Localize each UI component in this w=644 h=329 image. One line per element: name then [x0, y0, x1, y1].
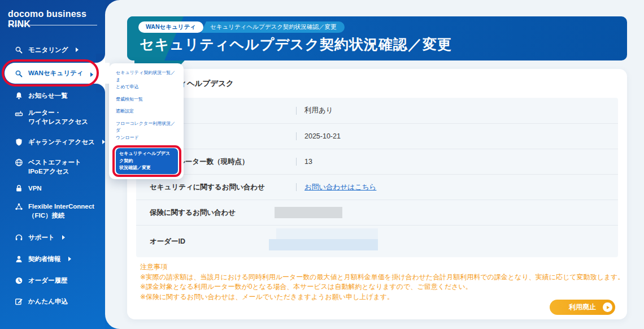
table-row: 利用対象ルーター数（現時点） 13 — [136, 149, 618, 174]
sidebar-item-label: VPN — [28, 184, 42, 193]
person-icon — [15, 255, 23, 263]
sidebar-item-label: かんたん申込 — [28, 297, 68, 306]
app-logo: docomo business RINK — [8, 9, 105, 29]
note-line: ※保険に関するお問い合わせは、メールでいただきますようお願い申し上げます。 — [140, 292, 624, 302]
page-header-banner: WANセキュリティ セキュリティヘルプデスク契約状況確認／変更 セキュリティヘル… — [127, 16, 627, 60]
sidebar-item-label: オーダー履歴 — [28, 276, 68, 285]
sidebar-item-label: モニタリング — [28, 45, 68, 54]
row-value: 2025-10-21 — [296, 132, 341, 140]
breadcrumb-wan-security[interactable]: WANセキュリティ — [138, 21, 203, 33]
contract-status-card: セキュリティヘルプデスク 利用あり 2025-10-21 利用対象ルーター数（現… — [127, 69, 627, 319]
sidebar-item-order-history[interactable]: オーダー履歴 — [15, 276, 68, 285]
sidebar-item-label: WANセキュリティ — [28, 69, 83, 77]
submenu-item-helpdesk-contract[interactable]: セキュリティヘルプデスク契約 状況確認／変更 — [116, 148, 178, 174]
breadcrumb: WANセキュリティ セキュリティヘルプデスク契約状況確認／変更 — [138, 21, 345, 33]
table-row: 利用あり — [136, 98, 618, 123]
sidebar: docomo business RINK モニタリング WANセキュリティ お知… — [0, 0, 105, 329]
redacted-value — [275, 207, 342, 218]
sidebar-item-label: ギャランティアクセス — [28, 137, 95, 146]
router-icon — [15, 109, 23, 117]
sidebar-item-label: サポート — [28, 233, 55, 242]
headset-icon — [15, 233, 23, 242]
sidebar-item-best-effort-ipoe[interactable]: ベストエフォート IPoEアクセス — [15, 158, 81, 176]
submenu-item-contract-list[interactable]: セキュリティ契約状況一覧／ま とめて申込 — [116, 70, 178, 91]
submenu-active-wrap: セキュリティヘルプデスク契約 状況確認／変更 — [116, 148, 178, 174]
page-title: セキュリティヘルプデスク契約状況確認／変更 — [140, 35, 452, 54]
sidebar-item-label: ルーター・ ワイヤレスアクセス — [28, 108, 88, 126]
notes-heading: 注意事項 — [140, 262, 624, 272]
cancel-usage-button[interactable]: 利用廃止 — [550, 300, 615, 315]
clock-icon — [15, 276, 23, 285]
sidebar-item-vpn[interactable]: VPN — [15, 184, 42, 193]
contact-link[interactable]: お問い合わせはこちら — [304, 183, 376, 192]
sidebar-item-news[interactable]: お知らせ一覧 — [15, 91, 68, 100]
notes-section: 注意事項 ※実際の請求額は、当該月における同時利用ルーター数の最大値と月額料金単… — [140, 262, 624, 302]
row-value: お問い合わせはこちら — [296, 183, 376, 192]
sidebar-item-label: 契約者情報 — [28, 254, 61, 263]
magnifier-icon — [15, 46, 23, 54]
magnifier-icon — [15, 70, 23, 78]
bell-icon — [15, 92, 23, 100]
note-line: ※課金対象となる利用ルーター数が0となる場合、本サービスは自動解約となりますので… — [140, 282, 624, 292]
sidebar-item-contractor-info[interactable]: 契約者情報 — [15, 254, 71, 263]
shield-icon — [15, 138, 23, 146]
note-line: ※実際の請求額は、当該月における同時利用ルーター数の最大値と月額料金単価を掛け合… — [140, 272, 624, 283]
sidebar-item-label: ベストエフォート IPoEアクセス — [28, 158, 81, 176]
globe-icon — [15, 158, 23, 167]
table-row: 2025-10-21 — [136, 123, 618, 149]
chevron-right-icon — [90, 72, 93, 77]
sidebar-item-wan-security[interactable]: WANセキュリティ — [5, 63, 110, 84]
chevron-right-icon — [68, 257, 71, 261]
row-label: セキュリティに関するお問い合わせ — [150, 183, 296, 192]
contract-status-table: 利用あり 2025-10-21 利用対象ルーター数（現時点） 13 セキュリティ… — [136, 98, 618, 257]
chevron-right-icon — [76, 47, 79, 52]
corner-scoop — [96, 54, 105, 63]
breadcrumb-current-page: セキュリティヘルプデスク契約状況確認／変更 — [201, 21, 345, 33]
sidebar-item-label: Flexible InterConnect （FIC）接続 — [28, 202, 94, 220]
table-row: 保険に関するお問い合わせ — [136, 200, 618, 225]
arrow-circle-icon — [603, 302, 612, 312]
corner-scoop — [96, 84, 105, 93]
sidebar-item-support[interactable]: サポート — [15, 233, 65, 242]
lock-icon — [15, 184, 23, 193]
wan-security-submenu: セキュリティ契約状況一覧／ま とめて申込 脅威検知一覧 遮断設定 フローコレクタ… — [109, 63, 184, 179]
brand-divider — [8, 25, 97, 25]
sidebar-item-fic[interactable]: Flexible InterConnect （FIC）接続 — [15, 202, 94, 220]
pencil-icon — [15, 297, 23, 306]
sidebar-item-easy-apply[interactable]: かんたん申込 — [15, 297, 68, 306]
sidebar-item-router-wireless[interactable]: ルーター・ ワイヤレスアクセス — [15, 108, 88, 126]
cancel-usage-button-label: 利用廃止 — [569, 302, 596, 312]
submenu-item-threat-detection[interactable]: 脅威検知一覧 — [116, 96, 178, 103]
redacted-value — [269, 239, 378, 250]
sidebar-item-monitoring[interactable]: モニタリング — [15, 45, 79, 54]
sidebar-item-label: お知らせ一覧 — [28, 91, 68, 100]
row-value: 利用あり — [296, 106, 333, 115]
network-icon — [15, 202, 23, 211]
sidebar-item-guarantee-access[interactable]: ギャランティアクセス — [15, 137, 105, 146]
table-row: オーダーID — [136, 225, 618, 257]
chevron-right-icon — [62, 235, 65, 240]
chevron-right-icon — [102, 140, 105, 144]
submenu-item-flow-collector[interactable]: フローコレクター利用状況／ダ ウンロード — [116, 120, 178, 142]
table-row: セキュリティに関するお問い合わせ お問い合わせはこちら — [136, 174, 618, 200]
row-value: 13 — [296, 158, 312, 166]
redacted-value — [276, 228, 378, 239]
main-content: WANセキュリティ セキュリティヘルプデスク契約状況確認／変更 セキュリティヘル… — [105, 0, 644, 329]
submenu-item-block-settings[interactable]: 遮断設定 — [116, 108, 178, 115]
